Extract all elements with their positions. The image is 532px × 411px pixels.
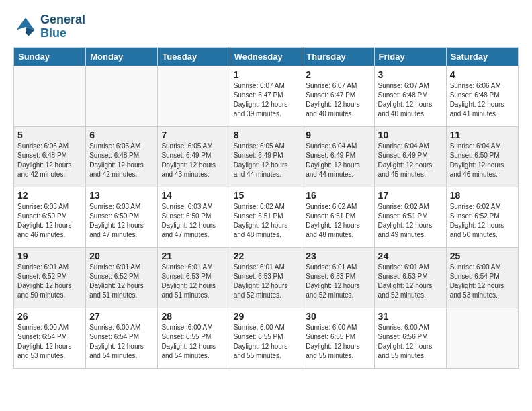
day-number: 17	[378, 190, 443, 201]
day-info: Sunrise: 6:04 AM Sunset: 6:50 PM Dayligh…	[450, 142, 515, 179]
page-header: General Blue	[13, 13, 519, 40]
day-number: 30	[306, 311, 370, 322]
calendar-cell: 10Sunrise: 6:04 AM Sunset: 6:49 PM Dayli…	[374, 126, 446, 187]
day-number: 4	[450, 69, 515, 80]
day-number: 13	[89, 190, 154, 201]
day-number: 23	[306, 250, 370, 261]
calendar-cell: 27Sunrise: 6:00 AM Sunset: 6:54 PM Dayli…	[86, 308, 158, 368]
weekday-header-wednesday: Wednesday	[230, 47, 302, 66]
day-info: Sunrise: 6:07 AM Sunset: 6:48 PM Dayligh…	[378, 81, 443, 119]
weekday-header-tuesday: Tuesday	[158, 47, 230, 66]
day-number: 22	[234, 250, 299, 261]
day-number: 21	[161, 250, 226, 261]
day-info: Sunrise: 6:00 AM Sunset: 6:54 PM Dayligh…	[17, 323, 82, 361]
day-info: Sunrise: 6:00 AM Sunset: 6:55 PM Dayligh…	[306, 323, 370, 361]
day-number: 7	[161, 130, 226, 140]
calendar-cell: 20Sunrise: 6:01 AM Sunset: 6:52 PM Dayli…	[86, 247, 158, 308]
day-number: 27	[89, 311, 154, 322]
calendar-cell: 7Sunrise: 6:05 AM Sunset: 6:49 PM Daylig…	[158, 126, 230, 187]
day-info: Sunrise: 6:04 AM Sunset: 6:49 PM Dayligh…	[306, 142, 370, 179]
day-number: 14	[161, 190, 226, 201]
day-info: Sunrise: 6:02 AM Sunset: 6:52 PM Dayligh…	[450, 202, 515, 240]
day-number: 25	[450, 250, 515, 261]
day-info: Sunrise: 6:02 AM Sunset: 6:51 PM Dayligh…	[234, 202, 299, 240]
calendar-cell: 15Sunrise: 6:02 AM Sunset: 6:51 PM Dayli…	[230, 187, 302, 247]
day-info: Sunrise: 6:03 AM Sunset: 6:50 PM Dayligh…	[161, 202, 226, 240]
calendar-cell: 21Sunrise: 6:01 AM Sunset: 6:53 PM Dayli…	[158, 247, 230, 308]
weekday-header-thursday: Thursday	[302, 47, 374, 66]
day-info: Sunrise: 6:00 AM Sunset: 6:54 PM Dayligh…	[89, 323, 154, 361]
day-number: 20	[89, 250, 154, 261]
day-info: Sunrise: 6:05 AM Sunset: 6:49 PM Dayligh…	[161, 142, 226, 179]
calendar-cell: 8Sunrise: 6:05 AM Sunset: 6:49 PM Daylig…	[230, 126, 302, 187]
weekday-header-monday: Monday	[86, 47, 158, 66]
calendar-cell: 1Sunrise: 6:07 AM Sunset: 6:47 PM Daylig…	[230, 66, 302, 126]
day-info: Sunrise: 6:00 AM Sunset: 6:54 PM Dayligh…	[450, 263, 515, 300]
day-info: Sunrise: 6:00 AM Sunset: 6:55 PM Dayligh…	[161, 323, 226, 361]
day-info: Sunrise: 6:01 AM Sunset: 6:53 PM Dayligh…	[234, 263, 299, 300]
day-number: 28	[161, 311, 226, 322]
day-info: Sunrise: 6:02 AM Sunset: 6:51 PM Dayligh…	[378, 202, 443, 240]
day-number: 18	[450, 190, 515, 201]
day-info: Sunrise: 6:05 AM Sunset: 6:49 PM Dayligh…	[234, 142, 299, 179]
day-info: Sunrise: 6:06 AM Sunset: 6:48 PM Dayligh…	[450, 81, 515, 119]
weekday-header-friday: Friday	[374, 47, 446, 66]
calendar-cell: 23Sunrise: 6:01 AM Sunset: 6:53 PM Dayli…	[302, 247, 374, 308]
day-info: Sunrise: 6:05 AM Sunset: 6:48 PM Dayligh…	[89, 142, 154, 179]
day-number: 2	[306, 69, 370, 80]
day-info: Sunrise: 6:07 AM Sunset: 6:47 PM Dayligh…	[234, 81, 299, 119]
day-number: 1	[234, 69, 299, 80]
calendar-cell: 3Sunrise: 6:07 AM Sunset: 6:48 PM Daylig…	[374, 66, 446, 126]
calendar-cell: 22Sunrise: 6:01 AM Sunset: 6:53 PM Dayli…	[230, 247, 302, 308]
day-number: 12	[17, 190, 82, 201]
calendar-cell: 16Sunrise: 6:02 AM Sunset: 6:51 PM Dayli…	[302, 187, 374, 247]
day-info: Sunrise: 6:03 AM Sunset: 6:50 PM Dayligh…	[89, 202, 154, 240]
day-info: Sunrise: 6:01 AM Sunset: 6:52 PM Dayligh…	[89, 263, 154, 300]
calendar-week-row: 12Sunrise: 6:03 AM Sunset: 6:50 PM Dayli…	[14, 187, 519, 247]
calendar-cell: 24Sunrise: 6:01 AM Sunset: 6:53 PM Dayli…	[374, 247, 446, 308]
calendar-week-row: 19Sunrise: 6:01 AM Sunset: 6:52 PM Dayli…	[14, 247, 519, 308]
calendar-cell: 17Sunrise: 6:02 AM Sunset: 6:51 PM Dayli…	[374, 187, 446, 247]
day-number: 3	[378, 69, 443, 80]
day-number: 9	[306, 130, 370, 140]
calendar-week-row: 5Sunrise: 6:06 AM Sunset: 6:48 PM Daylig…	[14, 126, 519, 187]
calendar-cell: 28Sunrise: 6:00 AM Sunset: 6:55 PM Dayli…	[158, 308, 230, 368]
day-number: 24	[378, 250, 443, 261]
calendar-table: SundayMondayTuesdayWednesdayThursdayFrid…	[13, 47, 519, 369]
weekday-header-saturday: Saturday	[446, 47, 518, 66]
calendar-cell: 13Sunrise: 6:03 AM Sunset: 6:50 PM Dayli…	[86, 187, 158, 247]
day-number: 11	[450, 130, 515, 140]
calendar-cell: 18Sunrise: 6:02 AM Sunset: 6:52 PM Dayli…	[446, 187, 518, 247]
day-info: Sunrise: 6:06 AM Sunset: 6:48 PM Dayligh…	[17, 142, 82, 179]
day-info: Sunrise: 6:01 AM Sunset: 6:53 PM Dayligh…	[378, 263, 443, 300]
day-number: 15	[234, 190, 299, 201]
calendar-cell	[86, 66, 158, 126]
logo-text: General Blue	[40, 13, 85, 40]
day-info: Sunrise: 6:00 AM Sunset: 6:56 PM Dayligh…	[378, 323, 443, 361]
calendar-week-row: 1Sunrise: 6:07 AM Sunset: 6:47 PM Daylig…	[14, 66, 519, 126]
weekday-header-row: SundayMondayTuesdayWednesdayThursdayFrid…	[14, 47, 519, 66]
calendar-cell: 11Sunrise: 6:04 AM Sunset: 6:50 PM Dayli…	[446, 126, 518, 187]
calendar-week-row: 26Sunrise: 6:00 AM Sunset: 6:54 PM Dayli…	[14, 308, 519, 368]
calendar-cell: 4Sunrise: 6:06 AM Sunset: 6:48 PM Daylig…	[446, 66, 518, 126]
calendar-cell	[446, 308, 518, 368]
calendar-cell: 30Sunrise: 6:00 AM Sunset: 6:55 PM Dayli…	[302, 308, 374, 368]
day-number: 19	[17, 250, 82, 261]
calendar-cell: 26Sunrise: 6:00 AM Sunset: 6:54 PM Dayli…	[14, 308, 86, 368]
calendar-cell: 12Sunrise: 6:03 AM Sunset: 6:50 PM Dayli…	[14, 187, 86, 247]
day-info: Sunrise: 6:02 AM Sunset: 6:51 PM Dayligh…	[306, 202, 370, 240]
day-info: Sunrise: 6:01 AM Sunset: 6:53 PM Dayligh…	[161, 263, 226, 300]
calendar-cell	[158, 66, 230, 126]
day-info: Sunrise: 6:04 AM Sunset: 6:49 PM Dayligh…	[378, 142, 443, 179]
logo-bird-icon	[13, 15, 38, 39]
calendar-cell: 2Sunrise: 6:07 AM Sunset: 6:47 PM Daylig…	[302, 66, 374, 126]
day-info: Sunrise: 6:01 AM Sunset: 6:53 PM Dayligh…	[306, 263, 370, 300]
calendar-cell: 25Sunrise: 6:00 AM Sunset: 6:54 PM Dayli…	[446, 247, 518, 308]
day-number: 29	[234, 311, 299, 322]
day-number: 31	[378, 311, 443, 322]
calendar-cell: 6Sunrise: 6:05 AM Sunset: 6:48 PM Daylig…	[86, 126, 158, 187]
day-info: Sunrise: 6:03 AM Sunset: 6:50 PM Dayligh…	[17, 202, 82, 240]
day-number: 8	[234, 130, 299, 140]
weekday-header-sunday: Sunday	[14, 47, 86, 66]
day-number: 26	[17, 311, 82, 322]
